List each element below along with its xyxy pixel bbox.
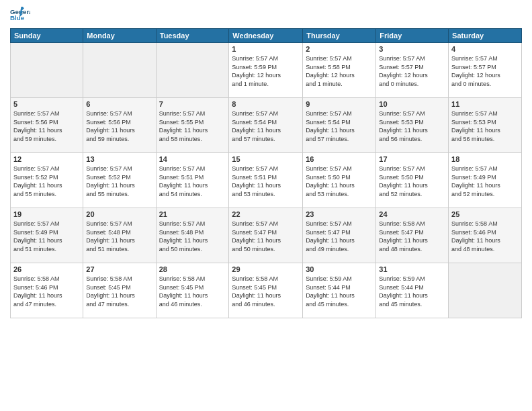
cell-info: Sunrise: 5:57 AM Sunset: 5:51 PM Dayligh… [159,165,226,198]
cell-info: Sunrise: 5:57 AM Sunset: 5:56 PM Dayligh… [86,109,152,143]
cell-info: Sunrise: 5:57 AM Sunset: 5:52 PM Dayligh… [86,165,152,198]
header-monday: Monday [83,29,156,43]
day-number: 30 [306,265,373,273]
calendar-header-row: SundayMondayTuesdayWednesdayThursdayFrid… [11,29,522,43]
calendar-cell [449,263,522,318]
calendar-week-2: 12Sunrise: 5:57 AM Sunset: 5:52 PM Dayli… [11,153,522,208]
day-number: 31 [379,265,445,273]
cell-info: Sunrise: 5:57 AM Sunset: 5:55 PM Dayligh… [159,109,226,143]
day-number: 29 [232,265,300,273]
calendar-cell: 9Sunrise: 5:57 AM Sunset: 5:54 PM Daylig… [303,98,376,153]
calendar-cell: 11Sunrise: 5:57 AM Sunset: 5:53 PM Dayli… [449,98,522,153]
cell-info: Sunrise: 5:58 AM Sunset: 5:45 PM Dayligh… [232,275,300,308]
cell-info: Sunrise: 5:58 AM Sunset: 5:45 PM Dayligh… [159,275,226,308]
calendar-cell [83,43,156,98]
calendar-cell: 2Sunrise: 5:57 AM Sunset: 5:58 PM Daylig… [303,43,376,98]
calendar-week-4: 26Sunrise: 5:58 AM Sunset: 5:46 PM Dayli… [11,263,522,318]
day-number: 5 [13,100,80,108]
calendar-cell: 10Sunrise: 5:57 AM Sunset: 5:53 PM Dayli… [376,98,449,153]
day-number: 15 [232,155,300,163]
day-number: 8 [232,100,300,108]
calendar-cell: 19Sunrise: 5:57 AM Sunset: 5:49 PM Dayli… [11,208,83,263]
calendar-cell: 23Sunrise: 5:57 AM Sunset: 5:47 PM Dayli… [303,208,376,263]
day-number: 3 [379,45,445,53]
cell-info: Sunrise: 5:58 AM Sunset: 5:45 PM Dayligh… [86,275,152,308]
cell-info: Sunrise: 5:57 AM Sunset: 5:59 PM Dayligh… [232,54,300,88]
day-number: 1 [232,45,300,53]
cell-info: Sunrise: 5:58 AM Sunset: 5:46 PM Dayligh… [451,220,519,253]
calendar-cell: 16Sunrise: 5:57 AM Sunset: 5:50 PM Dayli… [303,153,376,208]
logo: General Blue [10,7,34,23]
cell-info: Sunrise: 5:57 AM Sunset: 5:51 PM Dayligh… [232,165,300,198]
header-thursday: Thursday [303,29,376,43]
cell-info: Sunrise: 5:57 AM Sunset: 5:50 PM Dayligh… [306,165,373,198]
day-number: 12 [13,155,80,163]
calendar-cell: 26Sunrise: 5:58 AM Sunset: 5:46 PM Dayli… [11,263,83,318]
day-number: 18 [451,155,519,163]
day-number: 4 [451,45,519,53]
day-number: 21 [159,210,226,218]
calendar-cell: 12Sunrise: 5:57 AM Sunset: 5:52 PM Dayli… [11,153,83,208]
cell-info: Sunrise: 5:58 AM Sunset: 5:46 PM Dayligh… [13,275,80,308]
day-number: 20 [86,210,152,218]
calendar-week-3: 19Sunrise: 5:57 AM Sunset: 5:49 PM Dayli… [11,208,522,263]
calendar-cell: 6Sunrise: 5:57 AM Sunset: 5:56 PM Daylig… [83,98,156,153]
cell-info: Sunrise: 5:57 AM Sunset: 5:47 PM Dayligh… [232,220,300,253]
cell-info: Sunrise: 5:57 AM Sunset: 5:54 PM Dayligh… [232,109,300,143]
calendar-cell: 8Sunrise: 5:57 AM Sunset: 5:54 PM Daylig… [229,98,303,153]
calendar-cell: 15Sunrise: 5:57 AM Sunset: 5:51 PM Dayli… [229,153,303,208]
page-container: General Blue SundayMondayTuesdayWednesda… [0,0,532,411]
cell-info: Sunrise: 5:59 AM Sunset: 5:44 PM Dayligh… [379,275,445,308]
header-saturday: Saturday [449,29,522,43]
cell-info: Sunrise: 5:59 AM Sunset: 5:44 PM Dayligh… [306,275,373,308]
calendar-table: SundayMondayTuesdayWednesdayThursdayFrid… [10,28,522,318]
calendar-cell: 31Sunrise: 5:59 AM Sunset: 5:44 PM Dayli… [376,263,449,318]
cell-info: Sunrise: 5:57 AM Sunset: 5:48 PM Dayligh… [86,220,152,253]
header-tuesday: Tuesday [156,29,229,43]
day-number: 23 [306,210,373,218]
svg-text:Blue: Blue [10,14,25,21]
day-number: 24 [379,210,445,218]
day-number: 25 [451,210,519,218]
cell-info: Sunrise: 5:57 AM Sunset: 5:48 PM Dayligh… [159,220,226,253]
calendar-cell [156,43,229,98]
cell-info: Sunrise: 5:57 AM Sunset: 5:52 PM Dayligh… [13,165,80,198]
cell-info: Sunrise: 5:57 AM Sunset: 5:49 PM Dayligh… [451,165,519,198]
day-number: 2 [306,45,373,53]
day-number: 14 [159,155,226,163]
calendar-cell: 17Sunrise: 5:57 AM Sunset: 5:50 PM Dayli… [376,153,449,208]
calendar-cell: 4Sunrise: 5:57 AM Sunset: 5:57 PM Daylig… [449,43,522,98]
calendar-cell: 14Sunrise: 5:57 AM Sunset: 5:51 PM Dayli… [156,153,229,208]
calendar-cell: 29Sunrise: 5:58 AM Sunset: 5:45 PM Dayli… [229,263,303,318]
cell-info: Sunrise: 5:57 AM Sunset: 5:54 PM Dayligh… [306,109,373,143]
header-friday: Friday [376,29,449,43]
cell-info: Sunrise: 5:57 AM Sunset: 5:53 PM Dayligh… [379,109,445,143]
calendar-cell: 21Sunrise: 5:57 AM Sunset: 5:48 PM Dayli… [156,208,229,263]
header-sunday: Sunday [11,29,83,43]
calendar-cell: 5Sunrise: 5:57 AM Sunset: 5:56 PM Daylig… [11,98,83,153]
day-number: 17 [379,155,445,163]
calendar-cell: 30Sunrise: 5:59 AM Sunset: 5:44 PM Dayli… [303,263,376,318]
cell-info: Sunrise: 5:57 AM Sunset: 5:47 PM Dayligh… [306,220,373,253]
day-number: 19 [13,210,80,218]
calendar-cell: 24Sunrise: 5:58 AM Sunset: 5:47 PM Dayli… [376,208,449,263]
cell-info: Sunrise: 5:57 AM Sunset: 5:57 PM Dayligh… [451,54,519,88]
day-number: 28 [159,265,226,273]
page-header: General Blue [10,7,522,23]
calendar-cell: 27Sunrise: 5:58 AM Sunset: 5:45 PM Dayli… [83,263,156,318]
header-wednesday: Wednesday [229,29,303,43]
calendar-week-0: 1Sunrise: 5:57 AM Sunset: 5:59 PM Daylig… [11,43,522,98]
day-number: 22 [232,210,300,218]
calendar-cell: 20Sunrise: 5:57 AM Sunset: 5:48 PM Dayli… [83,208,156,263]
cell-info: Sunrise: 5:57 AM Sunset: 5:49 PM Dayligh… [13,220,80,253]
calendar-cell: 22Sunrise: 5:57 AM Sunset: 5:47 PM Dayli… [229,208,303,263]
day-number: 9 [306,100,373,108]
calendar-cell: 25Sunrise: 5:58 AM Sunset: 5:46 PM Dayli… [449,208,522,263]
day-number: 13 [86,155,152,163]
cell-info: Sunrise: 5:58 AM Sunset: 5:47 PM Dayligh… [379,220,445,253]
calendar-cell [11,43,83,98]
day-number: 26 [13,265,80,273]
calendar-cell: 28Sunrise: 5:58 AM Sunset: 5:45 PM Dayli… [156,263,229,318]
calendar-cell: 13Sunrise: 5:57 AM Sunset: 5:52 PM Dayli… [83,153,156,208]
logo-icon: General Blue [10,7,30,23]
